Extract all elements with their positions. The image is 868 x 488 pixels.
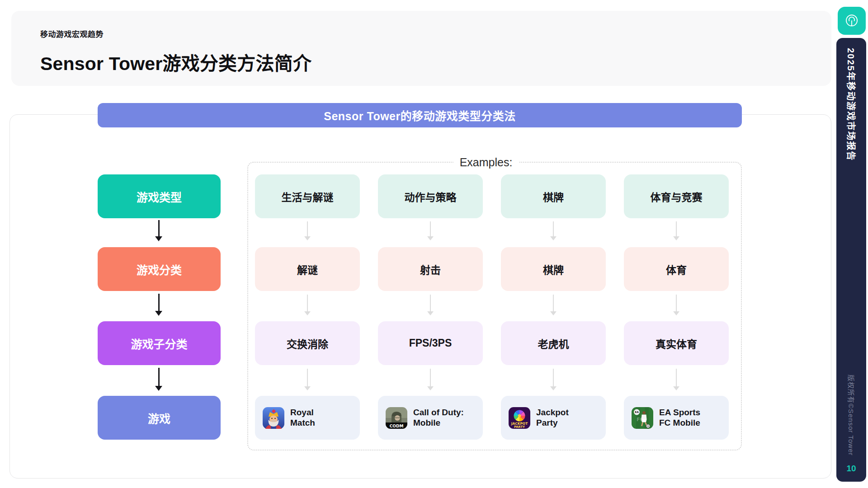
examples-label: Examples: (453, 155, 519, 169)
down-arrow-icon (430, 369, 431, 389)
app-name: Royal Match (290, 408, 315, 428)
app-name: EA Sports FC Mobile (659, 408, 700, 428)
example-category: 棋牌 (501, 247, 606, 291)
sensor-tower-logo-button (838, 7, 866, 35)
example-category: 体育 (624, 247, 729, 291)
section-eyebrow: 移动游戏宏观趋势 (40, 28, 802, 39)
down-arrow-icon (676, 295, 677, 314)
page-title: Sensor Tower游戏分类方法简介 (40, 48, 802, 75)
example-subcategory: 老虎机 (501, 321, 606, 365)
royal-match-icon (263, 407, 284, 429)
flow-level-game-category: 游戏分类 (98, 247, 221, 291)
flow-level-game-type: 游戏类型 (98, 174, 221, 218)
page-number: 10 (836, 464, 866, 474)
down-arrow-icon (307, 369, 308, 389)
svg-text:EA: EA (635, 410, 639, 413)
example-subcategory: FPS/3PS (378, 321, 483, 365)
app-name: Call of Duty: Mobile (413, 408, 464, 428)
codm-icon: CODM (386, 407, 407, 429)
flow-level-game-subcategory: 游戏子分类 (98, 321, 221, 365)
flow-level-game: 游戏 (98, 396, 221, 440)
down-arrow-icon (553, 221, 554, 239)
diagram-banner: Sensor Tower的移动游戏类型分类法 (98, 103, 742, 127)
example-game-type: 生活与解谜 (255, 174, 360, 218)
example-game-type: 棋牌 (501, 174, 606, 218)
example-category: 解谜 (255, 247, 360, 291)
ea-sports-fc-icon: FC EA (632, 407, 653, 429)
down-arrow-icon (553, 369, 554, 389)
example-game: JACKPOT PARTY Jackpot Party (501, 396, 606, 440)
svg-text:PARTY: PARTY (514, 425, 525, 429)
example-game: CODM Call of Duty: Mobile (378, 396, 483, 440)
example-category: 射击 (378, 247, 483, 291)
down-arrow-icon (158, 220, 160, 240)
down-arrow-icon (430, 221, 431, 239)
jackpot-party-icon: JACKPOT PARTY (509, 407, 530, 429)
app-name: Jackpot Party (536, 408, 569, 428)
down-arrow-icon (307, 295, 308, 314)
down-arrow-icon (307, 221, 308, 239)
example-game: FC EA EA Sports FC Mobile (624, 396, 729, 440)
copyright-vertical: 版权所有©Sensor Tower (847, 375, 856, 456)
down-arrow-icon (430, 295, 431, 314)
down-arrow-icon (158, 368, 160, 389)
report-title-vertical: 2025年移动游戏市场报告 (845, 48, 858, 161)
slide: 移动游戏宏观趋势 Sensor Tower游戏分类方法简介 2025年移动游戏市… (0, 0, 868, 488)
example-game-type: 动作与策略 (378, 174, 483, 218)
example-subcategory: 真实体育 (624, 321, 729, 365)
down-arrow-icon (676, 221, 677, 239)
down-arrow-icon (676, 369, 677, 389)
example-game: Royal Match (255, 396, 360, 440)
header-card: 移动游戏宏观趋势 Sensor Tower游戏分类方法简介 (11, 11, 831, 86)
sensor-tower-logo-icon (842, 11, 862, 31)
svg-text:CODM: CODM (390, 423, 404, 428)
down-arrow-icon (553, 295, 554, 314)
example-subcategory: 交换消除 (255, 321, 360, 365)
example-game-type: 体育与竞赛 (624, 174, 729, 218)
side-rail: 2025年移动游戏市场报告 版权所有©Sensor Tower 10 (836, 38, 866, 482)
down-arrow-icon (158, 294, 160, 314)
